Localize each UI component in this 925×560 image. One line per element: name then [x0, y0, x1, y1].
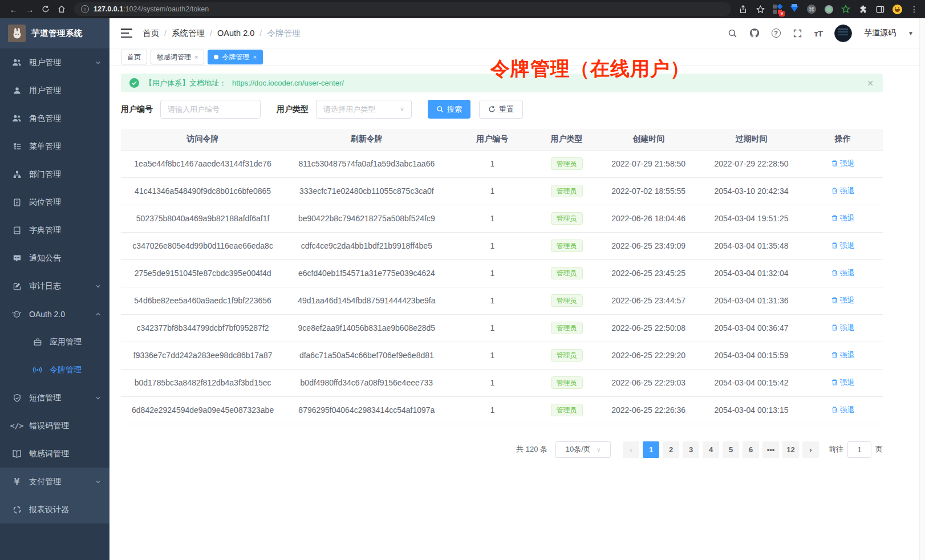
page-scrollbar[interactable] — [919, 18, 925, 560]
tab-close-icon[interactable]: × — [253, 54, 256, 60]
breadcrumb-item[interactable]: 系统管理 — [172, 28, 205, 39]
search-button[interactable]: 搜索 — [428, 100, 470, 119]
sidebar-item-sms[interactable]: 短信管理 — [0, 384, 109, 412]
share-icon[interactable] — [738, 4, 748, 14]
tab-令牌管理[interactable]: 令牌管理× — [208, 50, 262, 64]
table-cell: 管理员 — [536, 177, 597, 205]
sidebar-item-label: 字典管理 — [29, 225, 61, 236]
sidebar-item-post[interactable]: 岗位管理 — [0, 188, 109, 216]
user-type-select[interactable]: 请选择用户类型 ∨ — [316, 100, 412, 119]
sidebar-item-audit-log[interactable]: 审计日志 — [0, 272, 109, 300]
tab-首页[interactable]: 首页 — [121, 50, 147, 64]
help-icon[interactable]: ? — [772, 29, 781, 38]
table-cell: 2022-07-29 21:58:50 — [597, 150, 700, 177]
table-cell: 2054-03-04 00:13:15 — [700, 396, 802, 424]
sidebar-item-pay[interactable]: ¥支付管理 — [0, 468, 109, 496]
page-button-12[interactable]: 12 — [782, 441, 799, 458]
sidebar-item-notice[interactable]: 通知公告 — [0, 244, 109, 272]
reset-refresh-icon — [488, 105, 496, 113]
github-icon[interactable] — [749, 28, 760, 38]
force-logout-button[interactable]: 强退 — [831, 159, 855, 169]
browser-home-button[interactable] — [54, 1, 70, 17]
address-bar[interactable]: i 127.0.0.1:1024/system/oauth2/token — [74, 2, 731, 16]
sidebar-item-dept[interactable]: 部门管理 — [0, 160, 109, 188]
force-logout-button[interactable]: 强退 — [831, 405, 855, 415]
tab-敏感词管理[interactable]: 敏感词管理× — [151, 50, 204, 64]
page-size-select[interactable]: 10条/页 ∨ — [555, 441, 611, 458]
page-button-4[interactable]: 4 — [703, 441, 719, 458]
force-logout-button[interactable]: 强退 — [831, 323, 855, 333]
table-cell: 1ea5e44f8bc1467aaede43144f31de76 — [121, 150, 285, 177]
sidebar-item-oauth2-app[interactable]: 应用管理 — [0, 328, 109, 356]
side-panel-icon[interactable] — [875, 4, 885, 14]
table-row: 1ea5e44f8bc1467aaede43144f31de76811c5304… — [121, 150, 883, 177]
reset-button[interactable]: 重置 — [479, 100, 523, 119]
page-button-5[interactable]: 5 — [723, 441, 739, 458]
force-logout-button[interactable]: 强退 — [831, 186, 855, 196]
table-row: c347026e805e4d99b0d116eae66eda8ccdfc4ce9… — [121, 232, 883, 259]
more-pages-button[interactable]: ••• — [762, 441, 779, 458]
doc-link[interactable]: https://doc.iocoder.cn/user-center/ — [232, 79, 344, 87]
bookmark-star-icon[interactable] — [755, 4, 765, 14]
force-logout-button[interactable]: 强退 — [831, 378, 855, 388]
profile-avatar[interactable] — [892, 4, 902, 14]
sidebar-item-oauth2[interactable]: OAuth 2.0 — [0, 300, 109, 328]
sidebar-item-dict[interactable]: 字典管理 — [0, 216, 109, 244]
browser-reload-button[interactable] — [38, 1, 54, 17]
browser-menu-dots-icon[interactable]: ⋮ — [909, 4, 919, 14]
user-id-input[interactable] — [160, 100, 261, 119]
fullscreen-icon[interactable] — [793, 29, 802, 38]
extension-gem-icon[interactable] — [789, 4, 800, 14]
sidebar-item-user[interactable]: 用户管理 — [0, 76, 109, 104]
breadcrumb-separator: / — [210, 29, 212, 38]
force-logout-button[interactable]: 强退 — [831, 213, 855, 224]
font-size-icon[interactable]: тT — [814, 29, 823, 38]
loop-icon — [12, 505, 22, 514]
extensions-puzzle-icon[interactable] — [858, 4, 868, 14]
next-page-button[interactable]: › — [802, 441, 819, 458]
force-logout-button[interactable]: 强退 — [831, 350, 855, 360]
tab-close-icon[interactable]: × — [194, 54, 198, 60]
alert-close-icon[interactable]: ✕ — [867, 79, 874, 88]
browser-back-button[interactable]: ← — [6, 1, 22, 17]
robot-icon — [12, 309, 22, 319]
browser-forward-button[interactable]: → — [22, 1, 38, 17]
table-cell: 2022-06-25 23:49:09 — [597, 232, 700, 259]
sidebar-item-report[interactable]: 报表设计器 — [0, 496, 109, 524]
app-logo[interactable]: 芋道管理系统 — [0, 18, 109, 48]
force-logout-button[interactable]: 强退 — [831, 268, 855, 278]
sidebar-item-label: 租户管理 — [29, 58, 61, 68]
goto-unit-label: 页 — [875, 444, 883, 455]
goto-page-input[interactable] — [847, 441, 871, 458]
sidebar-item-menu[interactable]: 菜单管理 — [0, 132, 109, 160]
extension-recorder-icon[interactable] — [823, 4, 834, 14]
force-logout-button[interactable]: 强退 — [831, 295, 855, 306]
force-logout-button[interactable]: 强退 — [831, 241, 855, 251]
tree-icon — [12, 141, 22, 151]
username[interactable]: 芋道源码 — [864, 28, 896, 38]
page-button-2[interactable]: 2 — [663, 441, 679, 458]
breadcrumb-item[interactable]: 首页 — [143, 28, 159, 39]
sidebar-item-oauth2-token[interactable]: 令牌管理 — [0, 356, 109, 384]
site-info-icon[interactable]: i — [81, 5, 89, 13]
sidebar-item-error-code[interactable]: </>错误码管理 — [0, 412, 109, 440]
page-button-3[interactable]: 3 — [683, 441, 699, 458]
topbar: 首页/系统管理/OAuth 2.0/令牌管理 ? тT 芋道源码 ▼ — [109, 18, 925, 48]
sidebar-item-role[interactable]: 角色管理 — [0, 104, 109, 132]
extension-grid-icon[interactable]: 9 — [772, 4, 782, 14]
collapse-sidebar-icon[interactable] — [121, 29, 132, 38]
table-cell: 2054-03-04 01:31:36 — [700, 287, 802, 314]
table-cell: 管理员 — [536, 342, 597, 369]
breadcrumb-item[interactable]: OAuth 2.0 — [217, 29, 254, 38]
extension-command-icon[interactable]: ⌘ — [806, 4, 817, 14]
sidebar-item-tenant[interactable]: 租户管理 — [0, 48, 109, 76]
sidebar-item-sensitive[interactable]: 敏感词管理 — [0, 440, 109, 468]
user-menu-caret-icon[interactable]: ▼ — [908, 30, 914, 36]
page-button-1[interactable]: 1 — [643, 441, 659, 458]
table-cell: 1 — [448, 177, 536, 205]
extension-star-icon[interactable] — [841, 4, 851, 14]
page-button-6[interactable]: 6 — [743, 441, 759, 458]
user-avatar[interactable] — [834, 25, 852, 42]
search-icon[interactable] — [728, 29, 737, 38]
prev-page-button[interactable]: ‹ — [623, 441, 639, 458]
